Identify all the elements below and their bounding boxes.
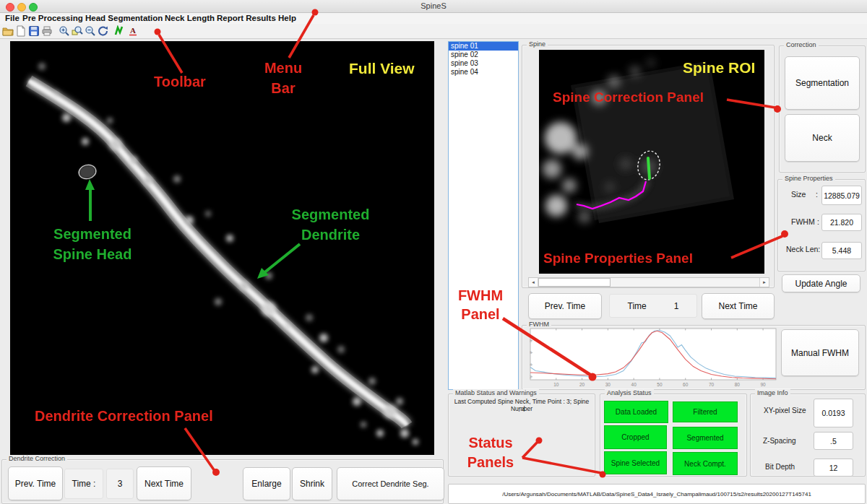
annotation-toolbar-label: Toolbar: [154, 74, 206, 90]
fwhm-chart[interactable]: 1020304050607080902468: [530, 328, 777, 388]
shrink-button[interactable]: Shrink: [292, 467, 332, 500]
menu-help[interactable]: Help: [278, 14, 296, 22]
svg-text:30: 30: [605, 382, 611, 387]
svg-text:50: 50: [657, 382, 663, 387]
menu-report-results[interactable]: Report Results: [217, 14, 276, 22]
insert-text-icon[interactable]: A: [127, 25, 139, 37]
zoom-in-icon[interactable]: [59, 25, 70, 37]
size-value-field[interactable]: 12885.079: [821, 186, 862, 205]
scrollbar-thumb[interactable]: [538, 278, 611, 287]
z-spacing-label: Z-Spacing: [763, 437, 796, 445]
dendrite-correction-title: Dendrite Correction: [7, 455, 67, 462]
window-title: SpineS: [0, 1, 867, 10]
svg-text:80: 80: [735, 382, 741, 387]
time-label: Time: [628, 301, 647, 311]
annotation-status-panels-label: Status Panels: [460, 433, 522, 472]
time-value: 1: [674, 301, 679, 311]
dendrite-time-value: 3: [106, 469, 134, 499]
z-spacing-field[interactable]: .5: [814, 432, 853, 450]
list-item-spine02[interactable]: spine 02: [449, 51, 518, 59]
time-display: Time 1: [609, 294, 697, 318]
svg-text:70: 70: [709, 382, 715, 387]
analysis-status-title: Analysis Status: [605, 389, 654, 396]
prev-time-button[interactable]: Prev. Time: [528, 293, 602, 319]
annotation-segmented-dendrite-label: Segmented Dendrite: [285, 204, 376, 245]
correct-dendrite-seg-button[interactable]: Correct Dendrite Seg.: [337, 467, 444, 500]
svg-text:90: 90: [760, 382, 766, 387]
status-badge-filtered: Filtered: [673, 401, 738, 422]
status-badge-data-loaded: Data Loaded: [604, 401, 668, 423]
menu-bar: File Pre Processing Head Segmentation Ne…: [0, 13, 867, 24]
neck-button[interactable]: Neck: [785, 114, 860, 162]
enlarge-button[interactable]: Enlarge: [243, 467, 290, 500]
menu-file[interactable]: File: [5, 14, 20, 22]
svg-text:40: 40: [631, 382, 637, 387]
segmentation-button[interactable]: Segmentation: [785, 56, 860, 110]
image-info-panel: Image Info XY-pixel Size 0.0193 Z-Spacin…: [750, 394, 866, 477]
spine-properties-panel: Spine Properties Size : 12885.079 FWHM :…: [777, 179, 866, 271]
dendrite-next-time-button[interactable]: Next Time: [137, 466, 191, 500]
matlab-status-line2: : 4: [450, 406, 593, 413]
spine-roi-render: [539, 50, 764, 274]
scrollbar-right-arrow[interactable]: ►: [759, 278, 769, 287]
menu-head-segmentation[interactable]: Head Segmentation: [85, 14, 163, 22]
fwhm-colon: :: [817, 217, 819, 226]
new-file-icon[interactable]: [15, 25, 27, 37]
open-file-icon[interactable]: [2, 25, 14, 37]
colorbar-icon[interactable]: [113, 25, 125, 37]
zoom-region-icon[interactable]: [72, 25, 83, 37]
list-item-spine01[interactable]: spine 01: [449, 42, 518, 51]
status-badge-cropped: Cropped: [604, 425, 667, 449]
matlab-status-title: Matlab Status and Warnings: [453, 389, 539, 396]
svg-text:10: 10: [553, 382, 559, 387]
menu-pre-processing[interactable]: Pre Processing: [22, 14, 83, 22]
spine-neck-marker: [648, 158, 650, 178]
xy-pixel-size-field[interactable]: 0.0193: [814, 399, 853, 427]
bit-depth-field[interactable]: 12: [814, 459, 853, 477]
rotate-3d-icon[interactable]: [98, 25, 109, 37]
xy-pixel-size-label: XY-pixel Size: [764, 407, 806, 414]
save-icon[interactable]: [28, 25, 40, 37]
spine-listbox[interactable]: spine 01 spine 02 spine 03 spine 04: [448, 41, 519, 390]
manual-fwhm-button[interactable]: Manual FWHM: [781, 329, 859, 376]
dendrite-correction-panel: Dendrite Correction Prev. Time Time : 3 …: [1, 459, 444, 504]
neck-len-label: Neck Len:: [786, 245, 820, 253]
spine-roi-image[interactable]: [539, 50, 764, 274]
image-info-title: Image Info: [755, 389, 790, 396]
annotation-full-view-label: Full View: [349, 60, 415, 77]
annotation-menu-bar-label: Menu Bar: [253, 58, 314, 98]
dendrite-time-label: Time :: [64, 469, 103, 499]
status-badge-segmented: Segmented: [673, 427, 738, 449]
scrollbar-left-arrow[interactable]: ◄: [529, 278, 538, 287]
annotation-spine-roi-label: Spine ROI: [683, 59, 755, 77]
annotation-segmented-spine-head-label: Segmented Spine Head: [42, 224, 143, 264]
annotation-fwhm-panel-label: FWHM Panel: [452, 286, 509, 323]
analysis-status-panel: Analysis Status Data Loaded Filtered Cro…: [600, 394, 747, 477]
neck-len-value-field[interactable]: 5.448: [821, 242, 862, 259]
list-item-spine03[interactable]: spine 03: [449, 59, 518, 68]
zoom-out-icon[interactable]: [85, 25, 96, 37]
annotation-spine-properties-label: Spine Properties Panel: [543, 251, 693, 266]
svg-text:8: 8: [530, 339, 532, 343]
list-item-spine04[interactable]: spine 04: [449, 68, 518, 77]
dendrite-prev-time-button[interactable]: Prev. Time: [8, 466, 63, 500]
spine-properties-title: Spine Properties: [782, 175, 835, 182]
roi-horizontal-scrollbar[interactable]: ◄ ►: [528, 277, 769, 287]
size-label: Size: [791, 190, 806, 199]
svg-text:2: 2: [530, 375, 532, 379]
size-colon: :: [816, 190, 818, 199]
correction-panel-title: Correction: [784, 41, 819, 48]
menu-neck-length[interactable]: Neck Length: [165, 14, 215, 22]
status-badge-spine-selected: Spine Selected: [604, 451, 667, 474]
print-icon[interactable]: [41, 25, 53, 37]
status-badge-neck-compt: Neck Compt.: [673, 452, 738, 475]
next-time-button[interactable]: Next Time: [702, 293, 775, 319]
svg-text:60: 60: [683, 382, 689, 387]
toolbar: A: [0, 24, 867, 39]
svg-text:A: A: [130, 26, 136, 35]
svg-text:6: 6: [530, 350, 532, 355]
fwhm-value-field[interactable]: 21.820: [821, 214, 862, 231]
update-angle-button[interactable]: Update Angle: [782, 274, 860, 292]
annotation-spine-correction-label: Spine Correction Panel: [553, 90, 704, 105]
spine-correction-panel: Correction Segmentation Neck: [779, 45, 866, 173]
